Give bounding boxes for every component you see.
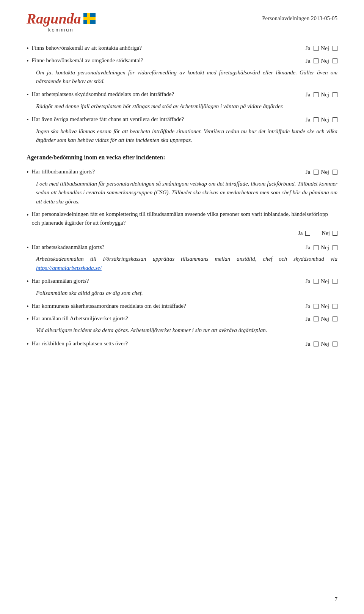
ja-checkbox[interactable]: [314, 58, 318, 63]
list-item: • Har polisanmälan gjorts? Ja Nej: [27, 276, 337, 287]
ja-nej-group: Ja Nej: [32, 229, 337, 238]
question-text: Har kommunens säkerhetssamordnare meddel…: [32, 302, 186, 310]
bullet-content: Har personalavdelningen fått en komplett…: [32, 210, 337, 240]
italic-text-before: Arbetsskadeanmälan till Försäkringskassa…: [36, 256, 337, 262]
ja-nej-group: Ja Nej: [306, 276, 337, 286]
bullet-content: Har anmälan till Arbetsmiljöverket gjort…: [32, 314, 337, 323]
italic-text: Polisanmälan ska alltid göras av dig som…: [36, 290, 143, 296]
nej-checkbox[interactable]: [333, 342, 337, 346]
ja-label: Ja: [306, 243, 311, 252]
question-text: Har även övriga medarbetare fått chans a…: [32, 115, 184, 124]
bullet-icon: •: [27, 90, 29, 100]
list-item: • Har riskbilden på arbetsplatsen setts …: [27, 339, 337, 349]
ja-checkbox[interactable]: [314, 316, 318, 321]
bullet-content: Finne behov/önskemål av omgående stödsam…: [32, 56, 337, 65]
nej-checkbox[interactable]: [333, 46, 337, 51]
bullet-icon: •: [27, 115, 29, 125]
italic-text: Ingen ska behöva lämnas ensam för att be…: [36, 128, 337, 143]
bullet-icon: •: [27, 315, 29, 324]
question-text: Har personalavdelningen fått en komplett…: [32, 211, 328, 226]
logo-area: Ragunda kommun: [27, 11, 96, 33]
arbetsskada-link[interactable]: https://anmalarbetsskada.se/: [36, 265, 102, 271]
question-text: Har anmälan till Arbetsmiljöverket gjort…: [32, 314, 128, 323]
ja-checkbox[interactable]: [305, 231, 310, 236]
nej-checkbox[interactable]: [333, 245, 337, 250]
ja-label: Ja: [306, 315, 311, 323]
content: • Finns behov/önskemål av att kontakta a…: [27, 43, 337, 349]
ja-nej-group: Ja Nej: [306, 115, 337, 124]
question-text: Finns behov/önskemål av att kontakta anh…: [32, 44, 142, 52]
ja-checkbox[interactable]: [314, 245, 318, 250]
nej-label: Nej: [321, 277, 329, 286]
ja-nej-group: Ja Nej: [306, 43, 337, 53]
nej-checkbox[interactable]: [333, 316, 337, 321]
list-item: • Har personalavdelningen fått en komple…: [27, 210, 337, 240]
list-item: • Har anmälan till Arbetsmiljöverket gjo…: [27, 314, 337, 324]
ja-checkbox[interactable]: [314, 92, 318, 97]
bullet-icon: •: [27, 243, 29, 253]
svg-rect-2: [87, 13, 90, 24]
ja-label: Ja: [306, 57, 311, 65]
list-item: • Har arbetsskadeanmälan gjorts? Ja Nej: [27, 242, 337, 253]
list-item: • Finns behov/önskemål av att kontakta a…: [27, 43, 337, 54]
logo-icon: [83, 13, 96, 24]
nej-checkbox[interactable]: [333, 117, 337, 122]
nej-checkbox[interactable]: [333, 92, 337, 97]
question-text: Har tillbudsanmälan gjorts?: [32, 167, 95, 176]
list-item: • Har arbetsplatsens skyddsombud meddela…: [27, 90, 337, 100]
italic-text: Rådgör med denne ifall arbetsplatsen bör…: [36, 103, 284, 109]
nej-checkbox[interactable]: [333, 304, 337, 309]
question-text: Har arbetsplatsens skyddsombud meddelats…: [32, 90, 174, 99]
ja-label: Ja: [306, 277, 311, 286]
ja-nej-group: Ja Nej: [306, 90, 337, 99]
list-item: • Finne behov/önskemål av omgående stöds…: [27, 56, 337, 66]
ja-label: Ja: [306, 340, 311, 348]
header: Ragunda kommun Personalavdelningen 2013-…: [27, 11, 337, 33]
nej-checkbox[interactable]: [333, 58, 337, 63]
ja-checkbox[interactable]: [314, 279, 318, 284]
italic-text: Vid allvarligare incident ska detta göra…: [36, 327, 267, 333]
question-text: Finne behov/önskemål av omgående stödsam…: [32, 56, 143, 65]
nej-checkbox[interactable]: [333, 231, 337, 236]
italic-paragraph: Ingen ska behöva lämnas ensam för att be…: [36, 127, 337, 145]
nej-label: Nej: [321, 340, 329, 348]
ja-label: Ja: [306, 168, 311, 176]
italic-paragraph: Polisanmälan ska alltid göras av dig som…: [36, 289, 337, 298]
bullet-icon: •: [27, 168, 29, 177]
nej-label: Nej: [321, 115, 329, 124]
list-item: • Har även övriga medarbetare fått chans…: [27, 115, 337, 125]
bullet-content: Har riskbilden på arbetsplatsen setts öv…: [32, 339, 337, 348]
ja-label: Ja: [306, 115, 311, 124]
bullet-content: Har tillbudsanmälan gjorts? Ja Nej: [32, 167, 337, 176]
bullet-content: Har arbetsskadeanmälan gjorts? Ja Nej: [32, 242, 337, 252]
bullet-content: Har kommunens säkerhetssamordnare meddel…: [32, 301, 337, 311]
bullet-content: Har arbetsplatsens skyddsombud meddelats…: [32, 90, 337, 99]
question-text: Har polisanmälan gjorts?: [32, 277, 89, 285]
header-date: Personalavdelningen 2013-05-05: [262, 11, 337, 22]
bullet-icon: •: [27, 57, 29, 66]
ja-checkbox[interactable]: [314, 304, 318, 309]
ja-nej-group: Ja Nej: [306, 242, 337, 252]
nej-checkbox[interactable]: [333, 170, 337, 175]
ja-label: Ja: [306, 44, 311, 53]
nej-checkbox[interactable]: [333, 279, 337, 284]
bullet-content: Finns behov/önskemål av att kontakta anh…: [32, 43, 337, 53]
page-number: 7: [335, 596, 338, 603]
ja-checkbox[interactable]: [314, 117, 318, 122]
logo-emblem-icon: [83, 13, 96, 24]
nej-label: Nej: [321, 302, 329, 311]
ja-checkbox[interactable]: [314, 342, 318, 346]
ja-checkbox[interactable]: [314, 46, 318, 51]
list-item: • Har kommunens säkerhetssamordnare medd…: [27, 301, 337, 312]
nej-label: Nej: [321, 44, 329, 53]
nej-label: Nej: [321, 243, 329, 252]
ja-checkbox[interactable]: [314, 170, 318, 175]
list-item: • Har tillbudsanmälan gjorts? Ja Nej: [27, 167, 337, 177]
page: Ragunda kommun Personalavdelningen 2013-…: [0, 0, 364, 614]
bullet-content: Har polisanmälan gjorts? Ja Nej: [32, 276, 337, 286]
question-text: Har arbetsskadeanmälan gjorts?: [32, 243, 105, 252]
ja-label: Ja: [298, 229, 303, 238]
bullet-icon: •: [27, 44, 29, 54]
ja-nej-group: Ja Nej: [306, 167, 337, 176]
ja-label: Ja: [306, 302, 311, 311]
